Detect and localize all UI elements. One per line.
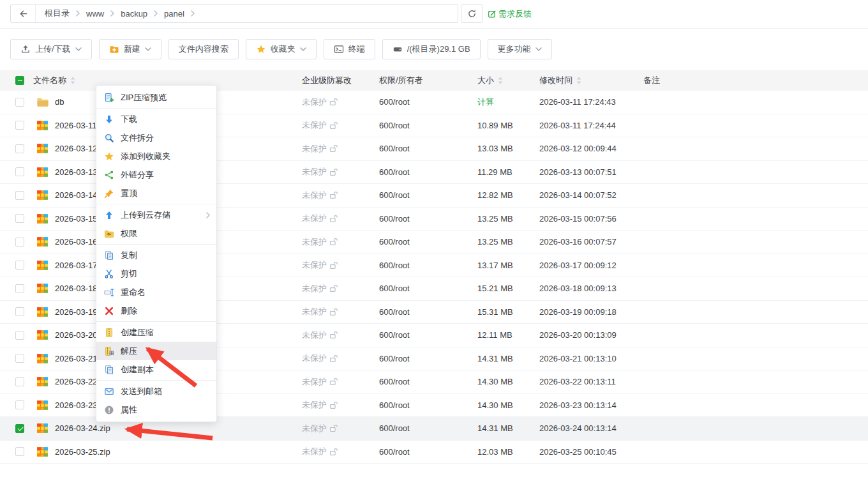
- modified-time: 2026-03-20 00:13:09: [539, 324, 617, 347]
- zip-preview-icon: [104, 93, 114, 103]
- menu-item-label: 添加到收藏夹: [121, 151, 170, 162]
- file-name[interactable]: db: [55, 91, 64, 114]
- tamper-status: 未保护: [302, 417, 338, 440]
- row-checkbox[interactable]: [15, 354, 24, 363]
- menu-item-label: 外链分享: [121, 169, 154, 181]
- menu-item-file-split[interactable]: 文件拆分: [96, 128, 216, 147]
- tamper-status: 未保护: [302, 324, 338, 347]
- zip-file-icon: [36, 213, 49, 225]
- row-checkbox[interactable]: [15, 377, 24, 386]
- row-checkbox[interactable]: [15, 121, 24, 130]
- menu-item-create-duplicate[interactable]: 创建副本: [96, 360, 216, 379]
- file-size: 15.31 MB: [477, 301, 513, 324]
- menu-item-cut[interactable]: 剪切: [96, 264, 216, 283]
- tamper-label: 未保护: [302, 236, 327, 248]
- new-button[interactable]: 新建: [99, 39, 161, 59]
- size-compute-link[interactable]: 计算: [477, 91, 494, 114]
- row-checkbox[interactable]: [15, 191, 24, 200]
- props-icon: [104, 405, 114, 415]
- menu-divider: [96, 321, 216, 322]
- row-checkbox[interactable]: [15, 400, 24, 409]
- row-checkbox[interactable]: [15, 167, 24, 176]
- perm-owner: 600/root: [379, 394, 410, 417]
- row-checkbox[interactable]: [15, 284, 24, 293]
- mail-icon: [104, 386, 114, 397]
- lock-open-icon: [329, 401, 338, 409]
- menu-item-add-to-favorites[interactable]: 添加到收藏夹: [96, 147, 216, 165]
- disk-usage-button[interactable]: /(根目录)29.1 GB: [382, 39, 481, 59]
- breadcrumb-item-3[interactable]: panel: [158, 9, 191, 19]
- menu-item-delete[interactable]: 删除: [96, 301, 216, 320]
- perm-owner: 600/root: [379, 277, 410, 300]
- sort-mtime-icon[interactable]: [576, 77, 581, 84]
- menu-item-send-to-email[interactable]: 发送到邮箱: [96, 382, 216, 400]
- zip-file-icon: [36, 236, 49, 248]
- back-button[interactable]: [11, 4, 36, 22]
- tamper-status: 未保护: [302, 394, 338, 417]
- tamper-label: 未保护: [302, 376, 327, 388]
- menu-item-extract[interactable]: 解压: [96, 342, 216, 360]
- menu-item-label: 创建副本: [121, 364, 154, 376]
- tamper-status: 未保护: [302, 137, 338, 160]
- row-checkbox[interactable]: [15, 144, 24, 153]
- zip-file-icon: [36, 142, 49, 155]
- disk-icon: [393, 44, 403, 54]
- back-arrow-icon: [19, 9, 28, 19]
- table-row[interactable]: 2026-03-25.zip未保护600/root12.03 MB2026-03…: [0, 441, 868, 464]
- favorites-button[interactable]: 收藏夹: [246, 39, 317, 59]
- menu-item-label: 上传到云存储: [121, 209, 170, 221]
- menu-item-properties[interactable]: 属性: [96, 400, 216, 419]
- tamper-label: 未保护: [302, 166, 327, 178]
- modified-time: 2026-03-17 00:09:12: [539, 254, 617, 277]
- menu-item-permissions[interactable]: 权限: [96, 224, 216, 243]
- lock-open-icon: [329, 238, 338, 246]
- breadcrumb-item-1[interactable]: www: [80, 9, 110, 19]
- zip-file-icon: [36, 446, 49, 458]
- copy-icon: [104, 250, 114, 261]
- lock-open-icon: [329, 331, 338, 339]
- breadcrumb-item-0[interactable]: 根目录: [38, 8, 76, 19]
- row-checkbox[interactable]: [15, 307, 24, 316]
- sort-name-icon[interactable]: [70, 77, 75, 84]
- compress-icon: [104, 328, 114, 338]
- menu-item-external-link-share[interactable]: 外链分享: [96, 165, 216, 184]
- menu-item-download[interactable]: 下载: [96, 110, 216, 128]
- tamper-status: 未保护: [302, 277, 338, 300]
- menu-item-zip-preview[interactable]: ZIP压缩预览: [96, 88, 216, 107]
- breadcrumb-item-2[interactable]: backup: [114, 9, 154, 19]
- row-checkbox[interactable]: [15, 238, 24, 247]
- chevron-down-icon: [75, 47, 82, 51]
- row-checkbox[interactable]: [15, 214, 24, 223]
- tamper-label: 未保护: [302, 399, 327, 411]
- row-checkbox[interactable]: [15, 447, 24, 456]
- perm-owner: 600/root: [379, 417, 410, 440]
- tamper-status: 未保护: [302, 231, 338, 254]
- row-checkbox[interactable]: [15, 261, 24, 270]
- file-size: 13.03 MB: [477, 137, 513, 160]
- more-features-button-label: 更多功能: [498, 43, 531, 55]
- sort-size-icon[interactable]: [498, 77, 503, 84]
- menu-item-pin-top[interactable]: 置顶: [96, 184, 216, 202]
- more-features-button[interactable]: 更多功能: [488, 39, 552, 59]
- tamper-label: 未保护: [302, 190, 327, 201]
- menu-item-rename[interactable]: 重命名: [96, 283, 216, 301]
- menu-item-upload-to-cloud[interactable]: 上传到云存储: [96, 206, 216, 224]
- upload-download-button[interactable]: 上传/下载: [10, 39, 92, 59]
- menu-item-copy[interactable]: 复制: [96, 246, 216, 264]
- file-content-search-button[interactable]: 文件内容搜索: [168, 39, 239, 59]
- header-note: 备注: [643, 70, 660, 91]
- row-checkbox[interactable]: [15, 424, 24, 433]
- row-checkbox[interactable]: [15, 98, 24, 107]
- row-checkbox[interactable]: [15, 331, 24, 340]
- zip-file-icon: [36, 353, 49, 365]
- feedback-link[interactable]: 需求反馈: [488, 8, 532, 20]
- terminal-button[interactable]: 终端: [324, 39, 375, 59]
- extract-icon: [104, 346, 114, 356]
- select-all-checkbox[interactable]: [15, 76, 24, 85]
- tamper-label: 未保护: [302, 306, 327, 317]
- refresh-button[interactable]: [461, 4, 483, 23]
- chevron-down-icon: [300, 47, 306, 51]
- file-name[interactable]: 2026-03-25.zip: [55, 441, 110, 464]
- menu-item-create-archive[interactable]: 创建压缩: [96, 323, 216, 342]
- tamper-status: 未保护: [302, 184, 338, 207]
